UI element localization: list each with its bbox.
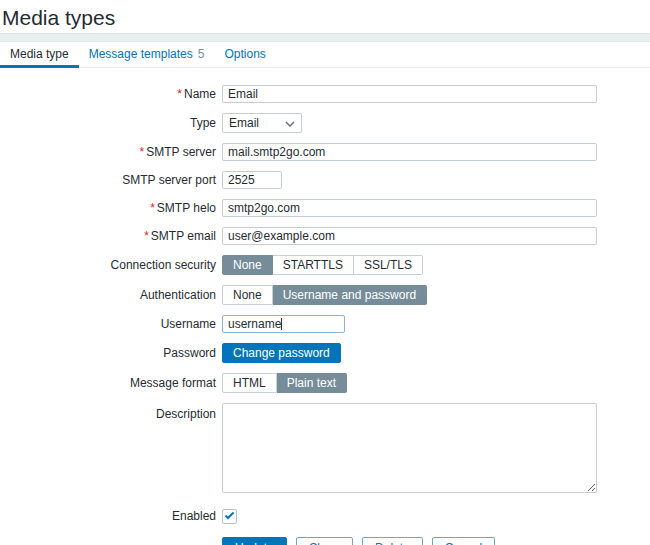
required-marker: *	[144, 229, 149, 243]
smtp-server-port-row: SMTP server port	[0, 171, 650, 189]
smtp-server-row: *SMTP server	[0, 143, 650, 161]
description-label: Description	[0, 403, 222, 423]
smtp-server-input[interactable]	[222, 143, 597, 161]
name-label: *Name	[0, 85, 222, 103]
header-divider	[0, 33, 650, 42]
smtp-email-input[interactable]	[222, 227, 597, 245]
smtp-helo-input[interactable]	[222, 199, 597, 217]
connection-security-segmented: None STARTTLS SSL/TLS	[222, 255, 423, 275]
delete-button[interactable]: Delete	[362, 537, 423, 545]
message-templates-count-badge: 5	[198, 47, 205, 61]
connection-security-label: Connection security	[0, 256, 222, 274]
smtp-email-label: *SMTP email	[0, 227, 222, 245]
smtp-server-port-label: SMTP server port	[0, 171, 222, 189]
password-row: Password Change password	[0, 343, 650, 363]
username-label: Username	[0, 315, 222, 333]
username-input[interactable]	[222, 315, 345, 333]
type-select[interactable]: Email	[222, 113, 302, 133]
smtp-server-label: *SMTP server	[0, 143, 222, 161]
change-password-button[interactable]: Change password	[222, 343, 341, 363]
authentication-option-none[interactable]: None	[222, 285, 273, 305]
media-type-form: *Name Type Email *SMTP server SMTP serve…	[0, 85, 650, 545]
smtp-server-port-input[interactable]	[222, 171, 282, 189]
message-format-option-html[interactable]: HTML	[222, 373, 277, 393]
tab-media-type-label: Media type	[10, 47, 69, 61]
connection-security-option-none[interactable]: None	[222, 255, 273, 275]
connection-security-option-ssltls[interactable]: SSL/TLS	[354, 255, 423, 275]
enabled-checkbox[interactable]	[222, 509, 237, 524]
checkmark-icon	[224, 509, 235, 523]
username-row: Username	[0, 315, 650, 333]
authentication-label: Authentication	[0, 286, 222, 304]
tab-options-label: Options	[224, 47, 265, 61]
required-marker: *	[177, 87, 182, 101]
update-button[interactable]: Update	[222, 537, 287, 545]
tab-message-templates[interactable]: Message templates 5	[79, 42, 215, 68]
footer-row: Update Clone Delete Cancel	[0, 537, 650, 545]
enabled-label: Enabled	[0, 507, 222, 525]
type-label: Type	[0, 114, 222, 132]
message-format-row: Message format HTML Plain text	[0, 373, 650, 393]
tab-bar: Media type Message templates 5 Options	[0, 42, 650, 68]
smtp-helo-label: *SMTP helo	[0, 199, 222, 217]
type-row: Type Email	[0, 113, 650, 133]
authentication-option-username-password[interactable]: Username and password	[273, 285, 427, 305]
name-row: *Name	[0, 85, 650, 103]
chevron-down-icon	[285, 116, 295, 130]
description-input[interactable]	[222, 403, 597, 493]
page-title: Media types	[0, 0, 650, 33]
message-format-option-plain-text[interactable]: Plain text	[277, 373, 347, 393]
cancel-button[interactable]: Cancel	[432, 537, 495, 545]
tab-media-type[interactable]: Media type	[0, 42, 79, 68]
tab-message-templates-label: Message templates	[89, 47, 193, 61]
footer-buttons: Update Clone Delete Cancel	[222, 537, 495, 545]
message-format-label: Message format	[0, 374, 222, 392]
smtp-helo-row: *SMTP helo	[0, 199, 650, 217]
required-marker: *	[150, 201, 155, 215]
authentication-segmented: None Username and password	[222, 285, 427, 305]
description-row: Description	[0, 403, 650, 493]
connection-security-option-starttls[interactable]: STARTTLS	[273, 255, 354, 275]
username-input-wrap	[222, 315, 345, 333]
required-marker: *	[140, 145, 145, 159]
message-format-segmented: HTML Plain text	[222, 373, 347, 393]
authentication-row: Authentication None Username and passwor…	[0, 285, 650, 305]
text-caret	[281, 318, 282, 330]
enabled-row: Enabled	[0, 507, 650, 525]
name-input[interactable]	[222, 85, 597, 103]
tab-options[interactable]: Options	[214, 42, 275, 68]
clone-button[interactable]: Clone	[296, 537, 353, 545]
password-label: Password	[0, 344, 222, 362]
smtp-email-row: *SMTP email	[0, 227, 650, 245]
type-select-value: Email	[229, 116, 259, 130]
connection-security-row: Connection security None STARTTLS SSL/TL…	[0, 255, 650, 275]
